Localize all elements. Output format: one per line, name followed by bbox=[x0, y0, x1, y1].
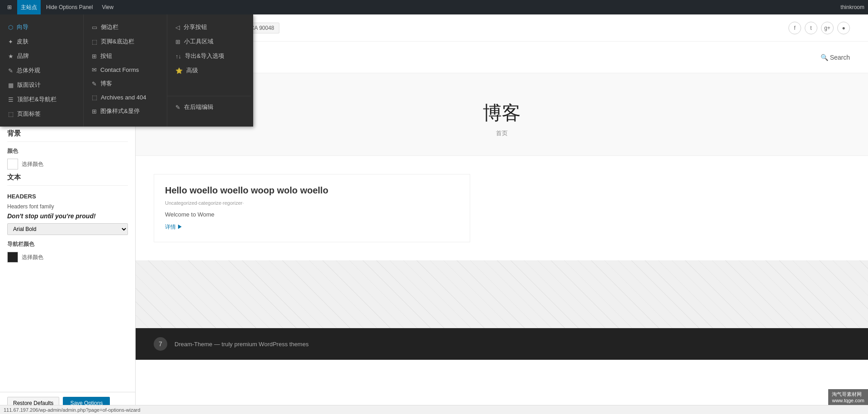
layout-icon: ▦ bbox=[8, 82, 14, 89]
dropdown-item-advanced[interactable]: ⭐ 高级 bbox=[167, 63, 251, 78]
background-color-swatch[interactable] bbox=[7, 159, 18, 169]
preview-hero-breadcrumb: 首页 bbox=[154, 129, 850, 137]
preview-read-more[interactable]: 详情 ▶ bbox=[165, 223, 459, 231]
nav-color-swatch[interactable] bbox=[7, 252, 18, 263]
dropdown-menu: ⬡ 向导 ✦ 皮肤 ★ 品牌 ✎ 总体外观 ▦ 版面设计 ☰ 顶部栏&导航栏 ⬚… bbox=[0, 14, 253, 127]
advanced-icon: ⭐ bbox=[175, 67, 183, 74]
dropdown-item-page-label[interactable]: ⬚ 页面标签 bbox=[0, 107, 83, 121]
nav-color-section: 导航栏颜色 选择颜色 bbox=[7, 240, 128, 263]
preview-post-excerpt: Welcome to Wome bbox=[165, 211, 459, 218]
skin-icon: ✦ bbox=[8, 38, 13, 45]
headers-font-preview: Don't stop until you're proud! bbox=[7, 212, 128, 220]
dropdown-export-import-label: 导出&导入选项 bbox=[185, 52, 224, 60]
preview-bg-pattern bbox=[136, 260, 868, 328]
preview-social-gplus[interactable]: g+ bbox=[821, 22, 834, 34]
blog-icon: ✎ bbox=[92, 80, 97, 87]
dropdown-col-1: ⬡ 向导 ✦ 皮肤 ★ 品牌 ✎ 总体外观 ▦ 版面设计 ☰ 顶部栏&导航栏 ⬚… bbox=[0, 14, 84, 127]
backend-edit-icon: ✎ bbox=[175, 104, 180, 111]
dropdown-archives-label: Archives and 404 bbox=[101, 94, 146, 101]
guide-icon: ⬡ bbox=[8, 24, 13, 31]
dropdown-item-export-import[interactable]: ↑↓ 导出&导入选项 bbox=[167, 49, 251, 63]
dropdown-item-blog[interactable]: ✎ 博客 bbox=[84, 76, 167, 91]
export-import-icon: ↑↓ bbox=[175, 53, 181, 60]
preview-post-title: Hello woello woello woop wolo woello bbox=[165, 185, 459, 196]
search-label: Search bbox=[830, 54, 850, 61]
preview-footer-badge: 7 bbox=[154, 337, 167, 351]
admin-bar: ⊞ 主站点 Hide Options Panel View thinkroom bbox=[0, 0, 868, 14]
nav-color-label: 导航栏颜色 bbox=[7, 240, 128, 248]
search-icon: 🔍 bbox=[821, 54, 828, 61]
preview-social-icons: f t g+ ● bbox=[788, 22, 850, 34]
preview-social-twitter[interactable]: t bbox=[805, 22, 817, 34]
nav-color-row: 选择颜色 bbox=[7, 252, 128, 263]
dropdown-advanced-label: 高级 bbox=[186, 66, 198, 75]
dropdown-item-widget-areas[interactable]: ⊞ 小工具区域 bbox=[167, 34, 251, 49]
dropdown-share-buttons-label: 分享按钮 bbox=[184, 23, 207, 31]
dropdown-buttons-label: 按钮 bbox=[100, 52, 112, 60]
preview-social-other[interactable]: ● bbox=[837, 22, 850, 34]
share-buttons-icon: ◁ bbox=[175, 24, 180, 31]
preview-blog-area: Hello woello woello woop wolo woello Unc… bbox=[136, 156, 868, 260]
watermark: 淘气哥素材网www.tqge.com bbox=[828, 389, 868, 405]
dropdown-item-image-styles[interactable]: ⊞ 图像样式&显停 bbox=[84, 104, 167, 118]
buttons-icon: ⊞ bbox=[92, 53, 97, 60]
dropdown-item-buttons[interactable]: ⊞ 按钮 bbox=[84, 49, 167, 63]
background-color-row: 选择颜色 bbox=[7, 159, 128, 169]
page-label-icon: ⬚ bbox=[8, 111, 14, 118]
dropdown-item-contact-forms[interactable]: ✉ Contact Forms bbox=[84, 63, 167, 76]
dropdown-item-footer[interactable]: ⬚ 页脚&底边栏 bbox=[84, 34, 167, 49]
admin-bar-site[interactable]: 主站点 bbox=[17, 0, 41, 14]
dropdown-footer-label: 页脚&底边栏 bbox=[101, 38, 134, 46]
dropdown-item-layout[interactable]: ▦ 版面设计 bbox=[0, 78, 83, 92]
admin-bar-user: thinkroom bbox=[840, 4, 864, 10]
footer-icon: ⬚ bbox=[92, 38, 97, 45]
dropdown-col-2: ▭ 侧边栏 ⬚ 页脚&底边栏 ⊞ 按钮 ✉ Contact Forms ✎ 博客… bbox=[84, 14, 167, 127]
preview-hero-title: 博客 bbox=[154, 100, 850, 126]
dropdown-item-sidebar[interactable]: ▭ 侧边栏 bbox=[84, 20, 167, 34]
dropdown-sidebar-label: 侧边栏 bbox=[101, 23, 118, 31]
dropdown-page-label-label: 页面标签 bbox=[17, 110, 41, 118]
dropdown-item-topbar-nav[interactable]: ☰ 顶部栏&导航栏 bbox=[0, 92, 83, 107]
dropdown-backend-edit-label: 在后端编辑 bbox=[184, 103, 213, 111]
topbar-nav-icon: ☰ bbox=[8, 96, 14, 103]
dropdown-item-backend-edit[interactable]: ✎ 在后端编辑 bbox=[167, 100, 251, 114]
background-color-btn[interactable]: 选择颜色 bbox=[22, 160, 43, 168]
dropdown-item-appearance[interactable]: ✎ 总体外观 bbox=[0, 63, 83, 78]
preview-footer-text: Dream-Theme — truly premium WordPress th… bbox=[175, 341, 309, 348]
dropdown-blog-label: 博客 bbox=[100, 80, 112, 88]
url-bar: 111.67.197.206/wp-admin/admin.php?page=o… bbox=[0, 405, 868, 414]
preview-post: Hello woello woello woop wolo woello Unc… bbox=[154, 174, 470, 242]
dropdown-item-brand[interactable]: ★ 品牌 bbox=[0, 49, 83, 63]
dropdown-col-3: ◁ 分享按钮 ⊞ 小工具区域 ↑↓ 导出&导入选项 ⭐ 高级 ✎ 在后端编辑 bbox=[167, 14, 251, 127]
appearance-icon: ✎ bbox=[8, 67, 13, 74]
headers-section-label: HEADERS bbox=[7, 193, 128, 200]
image-styles-icon: ⊞ bbox=[92, 108, 97, 115]
contact-forms-icon: ✉ bbox=[92, 66, 97, 73]
dropdown-skin-label: 皮肤 bbox=[17, 38, 28, 46]
preview-social-facebook[interactable]: f bbox=[788, 22, 801, 34]
headers-section: HEADERS Headers font family Don't stop u… bbox=[7, 193, 128, 235]
preview-post-meta: Uncategorized·categorize·regorizer· bbox=[165, 200, 459, 206]
preview-search-btn[interactable]: 🔍 Search bbox=[821, 54, 850, 61]
archives-icon: ⬚ bbox=[92, 94, 97, 101]
dropdown-item-archives[interactable]: ⬚ Archives and 404 bbox=[84, 91, 167, 104]
brand-icon: ★ bbox=[8, 53, 14, 60]
dropdown-topbar-nav-label: 顶部栏&导航栏 bbox=[17, 95, 57, 104]
dropdown-item-share-buttons[interactable]: ◁ 分享按钮 bbox=[167, 20, 251, 34]
admin-bar-hide-panel[interactable]: Hide Options Panel bbox=[42, 0, 96, 14]
dropdown-item-guide[interactable]: ⬡ 向导 bbox=[0, 20, 83, 34]
dropdown-image-styles-label: 图像样式&显停 bbox=[100, 107, 140, 115]
nav-color-btn[interactable]: 选择颜色 bbox=[22, 254, 43, 261]
headers-font-family-label: Headers font family bbox=[7, 203, 128, 210]
dropdown-layout-label: 版面设计 bbox=[17, 81, 41, 89]
dropdown-appearance-label: 总体外观 bbox=[17, 66, 40, 75]
headers-font-select[interactable]: Arial Bold Arial Helvetica Georgia bbox=[7, 223, 128, 235]
dropdown-guide-label: 向导 bbox=[17, 23, 28, 31]
color-subsection-title: 颜色 bbox=[7, 147, 128, 155]
admin-bar-wp-icon[interactable]: ⊞ bbox=[4, 0, 15, 14]
url-text: 111.67.197.206/wp-admin/admin.php?page=o… bbox=[4, 407, 140, 413]
admin-bar-view[interactable]: View bbox=[98, 0, 117, 14]
widget-areas-icon: ⊞ bbox=[175, 38, 180, 45]
dropdown-contact-forms-label: Contact Forms bbox=[100, 66, 139, 73]
dropdown-item-skin[interactable]: ✦ 皮肤 bbox=[0, 34, 83, 49]
